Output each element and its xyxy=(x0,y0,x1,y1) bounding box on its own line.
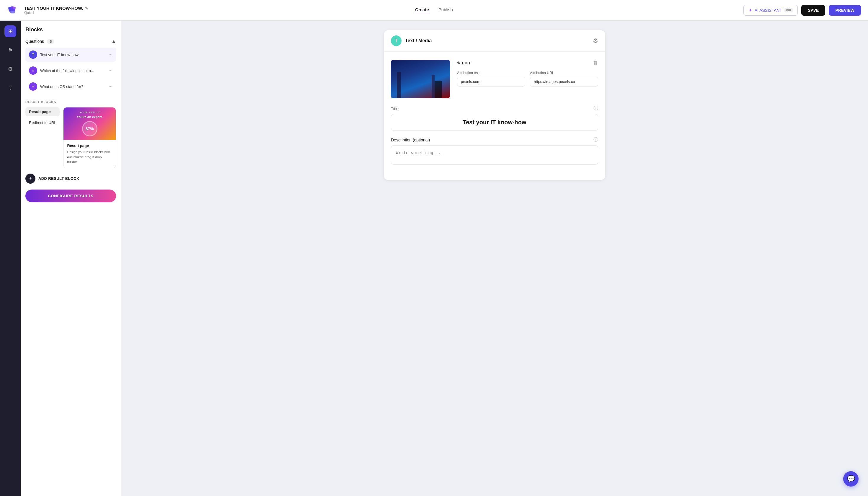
questions-header-left: Questions 6 xyxy=(26,39,54,44)
desc-label: Description (optional) xyxy=(391,138,430,142)
topbar: TEST YOUR IT KNOW-HOW. ✎ Quiz ℹ Create P… xyxy=(0,0,868,21)
q2-badge: ≡ xyxy=(29,66,37,75)
description-input[interactable] xyxy=(391,145,598,165)
result-card-description: Design your result blocks with our intui… xyxy=(67,150,112,165)
attribution-url-input[interactable] xyxy=(530,77,598,87)
icon-rail: ⊞ ⚑ ⚙ ⇧ xyxy=(0,21,21,496)
q3-more[interactable]: ··· xyxy=(109,84,112,89)
text-media-badge: T xyxy=(391,35,402,46)
rail-share-icon[interactable]: ⇧ xyxy=(4,82,16,94)
main-layout: ⊞ ⚑ ⚙ ⇧ Blocks Questions 6 ▲ T Test your… xyxy=(0,21,868,496)
questions-label: Questions xyxy=(26,39,44,44)
result-option-redirect[interactable]: Redirect to URL xyxy=(26,118,60,127)
topbar-title-block: TEST YOUR IT KNOW-HOW. ✎ Quiz ℹ xyxy=(24,5,88,15)
logo[interactable] xyxy=(7,3,19,17)
title-info-icon[interactable]: ⓘ xyxy=(593,105,598,112)
text-media-card: T Text / Media ⚙ xyxy=(384,30,605,180)
attr-fields: Attribution text Attribution URL xyxy=(457,71,598,87)
result-circle: 87% xyxy=(82,121,97,136)
questions-collapse-btn[interactable]: ▲ xyxy=(111,39,116,44)
nav-create[interactable]: Create xyxy=(415,7,429,13)
description-section: Description (optional) ⓘ xyxy=(391,137,598,166)
edit-icon: ✎ xyxy=(457,61,460,65)
attribution-text-label: Attribution text xyxy=(457,71,525,75)
title-label: Title xyxy=(391,106,399,111)
quiz-title: TEST YOUR IT KNOW-HOW. ✎ xyxy=(24,5,88,11)
card-body: ✎ EDIT 🗑 Attribution text Attribut xyxy=(384,52,605,180)
desc-label-row: Description (optional) ⓘ xyxy=(391,137,598,143)
result-blocks-row: Result page Redirect to URL YOUR RESULT … xyxy=(26,107,116,168)
delete-media-button[interactable]: 🗑 xyxy=(593,60,598,66)
add-icon: + xyxy=(26,174,35,184)
rail-blocks-icon[interactable]: ⊞ xyxy=(4,26,16,37)
ai-assistant-button[interactable]: ✦ AI ASSISTANT ⌘K xyxy=(743,5,798,16)
result-card-preview: YOUR RESULT You're an expert. 87% Result… xyxy=(63,107,116,168)
add-result-label: ADD RESULT BLOCK xyxy=(38,176,79,181)
rail-scoring-icon[interactable]: ⚑ xyxy=(4,44,16,56)
result-percentage: 87% xyxy=(86,126,94,131)
title-input[interactable] xyxy=(391,114,598,131)
result-blocks-label: RESULT BLOCKS xyxy=(26,100,116,104)
question-item-2[interactable]: ≡ Which of the following is not a... ··· xyxy=(26,63,116,78)
chat-icon: 💬 xyxy=(847,475,855,483)
title-section: Title ⓘ xyxy=(391,105,598,131)
rail-settings-icon[interactable]: ⚙ xyxy=(4,63,16,75)
q3-badge: ≡ xyxy=(29,82,37,91)
edit-label: EDIT xyxy=(462,61,471,65)
result-option-page[interactable]: Result page xyxy=(26,107,60,116)
attribution-url-label: Attribution URL xyxy=(530,71,598,75)
media-image-inner xyxy=(391,60,450,98)
result-card-image: YOUR RESULT You're an expert. 87% xyxy=(63,107,116,140)
q1-more[interactable]: ··· xyxy=(109,52,112,57)
title-label-row: Title ⓘ xyxy=(391,105,598,112)
blocks-title: Blocks xyxy=(26,27,116,33)
attribution-text-input[interactable] xyxy=(457,77,525,87)
card-settings-button[interactable]: ⚙ xyxy=(593,37,598,44)
result-card-label: YOUR RESULT xyxy=(79,111,100,114)
question-item-1[interactable]: T Test your IT know-how ··· xyxy=(26,48,116,62)
result-card-sublabel: You're an expert. xyxy=(77,115,103,119)
info-icon[interactable]: ℹ xyxy=(33,11,34,15)
q3-text: What does OS stand for? xyxy=(40,84,106,89)
add-result-block-btn[interactable]: + ADD RESULT BLOCK xyxy=(26,174,116,184)
quiz-subtitle: Quiz ℹ xyxy=(24,11,88,15)
edit-title-icon[interactable]: ✎ xyxy=(85,6,88,11)
media-top-row: ✎ EDIT 🗑 xyxy=(457,60,598,66)
card-header-title: Text / Media xyxy=(405,38,432,43)
desc-info-icon[interactable]: ⓘ xyxy=(593,137,598,143)
q2-text: Which of the following is not a... xyxy=(40,68,106,73)
result-card-title: Result page xyxy=(67,143,112,148)
chat-bubble[interactable]: 💬 xyxy=(843,471,858,486)
blocks-panel: Blocks Questions 6 ▲ T Test your IT know… xyxy=(21,21,121,496)
content-area: T Text / Media ⚙ xyxy=(121,21,868,496)
questions-section-header: Questions 6 ▲ xyxy=(26,39,116,44)
result-options: Result page Redirect to URL xyxy=(26,107,60,127)
card-header-left: T Text / Media xyxy=(391,35,432,46)
save-button[interactable]: SAVE xyxy=(801,5,825,16)
card-header: T Text / Media ⚙ xyxy=(384,30,605,52)
svg-rect-2 xyxy=(10,9,15,13)
topbar-actions: ✦ AI ASSISTANT ⌘K SAVE PREVIEW xyxy=(743,5,861,16)
configure-results-button[interactable]: CONFIGURE RESULTS xyxy=(26,189,116,202)
ai-shortcut: ⌘K xyxy=(785,8,793,12)
questions-count: 6 xyxy=(47,39,54,44)
preview-button[interactable]: PREVIEW xyxy=(829,5,861,16)
q1-badge: T xyxy=(29,50,37,59)
attribution-text-field: Attribution text xyxy=(457,71,525,87)
question-item-3[interactable]: ≡ What does OS stand for? ··· xyxy=(26,79,116,94)
media-row: ✎ EDIT 🗑 Attribution text Attribut xyxy=(391,60,598,98)
edit-button[interactable]: ✎ EDIT xyxy=(457,61,471,65)
media-image xyxy=(391,60,450,98)
attribution-url-field: Attribution URL xyxy=(530,71,598,87)
nav-publish[interactable]: Publish xyxy=(438,7,453,13)
result-card-body: Result page Design your result blocks wi… xyxy=(63,140,116,168)
media-attributes: ✎ EDIT 🗑 Attribution text Attribut xyxy=(457,60,598,87)
ai-icon: ✦ xyxy=(748,7,752,13)
q2-more[interactable]: ··· xyxy=(109,68,112,73)
q1-text: Test your IT know-how xyxy=(40,52,106,57)
topbar-nav: Create Publish xyxy=(415,7,453,13)
